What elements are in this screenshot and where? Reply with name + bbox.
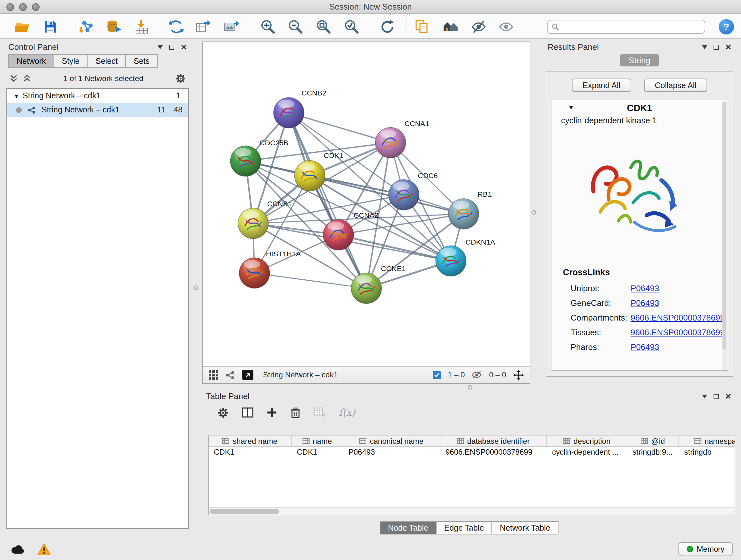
zoom-in-button[interactable]	[260, 18, 276, 35]
network-node-RB1[interactable]: RB1	[448, 190, 492, 229]
gene-card-header[interactable]: ▾ CDK1	[551, 100, 728, 116]
node-label-CCNB1: CCNB1	[267, 199, 292, 208]
panel-maximize-icon[interactable]	[169, 44, 174, 50]
copy-documents-button[interactable]	[414, 18, 430, 35]
import-network-file-button[interactable]	[78, 18, 95, 35]
results-scrollbar[interactable]	[722, 101, 727, 370]
cloud-icon[interactable]	[10, 545, 24, 557]
table-body: CDK1CDK1P064939606.ENSP00000378699cyclin…	[209, 447, 735, 458]
pan-tool-icon[interactable]	[513, 369, 524, 380]
delete-column-icon[interactable]	[290, 407, 300, 418]
hide-button[interactable]	[470, 18, 487, 35]
network-row-selected[interactable]: String Network – cdk1 11 48	[7, 103, 188, 117]
import-network-database-button[interactable]	[105, 18, 122, 35]
show-columns-icon[interactable]	[242, 408, 253, 418]
panel-maximize-icon[interactable]	[714, 394, 719, 399]
tab-edge-table[interactable]: Edge Table	[436, 521, 492, 535]
splitter-handle[interactable]	[532, 210, 536, 214]
tab-string[interactable]: String	[620, 54, 659, 66]
crosslink-link[interactable]: 9606.ENSP00000378699	[630, 313, 725, 322]
export-image-button[interactable]	[223, 18, 239, 35]
column-header--id[interactable]: @id	[627, 435, 679, 446]
network-node-CCNB2[interactable]: CCNB2	[273, 89, 326, 128]
expand-all-button[interactable]: Expand All	[572, 78, 631, 92]
apply-preferred-layout-button[interactable]	[379, 18, 396, 35]
network-canvas[interactable]: CCNB2CCNA1CDC25BCDK1CDC6RB1CCNB1CCNA2CDK…	[202, 42, 530, 367]
network-node-HIST1H1A[interactable]: HIST1H1A	[239, 250, 301, 288]
crosslink-link[interactable]: P06493	[630, 342, 659, 352]
crosslink-link[interactable]: P06493	[630, 298, 659, 308]
panel-maximize-icon[interactable]	[714, 44, 719, 50]
options-gear-icon[interactable]	[176, 73, 186, 84]
table-row[interactable]: CDK1CDK1P064939606.ENSP00000378699cyclin…	[209, 447, 735, 458]
zoom-fit-button[interactable]	[315, 18, 332, 35]
tab-network-table[interactable]: Network Table	[491, 521, 558, 535]
birdseye-view-button[interactable]	[242, 370, 253, 380]
table-settings-gear-icon[interactable]	[218, 407, 228, 418]
network-node-CDK1[interactable]: CDK1	[294, 151, 343, 191]
collapse-all-icon[interactable]	[10, 75, 18, 82]
show-button[interactable]	[498, 18, 515, 35]
open-session-button[interactable]	[14, 18, 30, 35]
collapse-gene-icon[interactable]: ▾	[569, 104, 573, 112]
warning-icon[interactable]	[37, 543, 51, 558]
zoom-out-button[interactable]	[287, 18, 304, 35]
panel-close-icon[interactable]: ✕	[725, 393, 731, 399]
refresh-icon	[379, 18, 396, 35]
network-node-CDC25B[interactable]: CDC25B	[230, 138, 288, 177]
add-column-icon[interactable]	[267, 408, 277, 418]
node-label-RB1: RB1	[478, 190, 492, 198]
window-zoom-button[interactable]	[32, 3, 40, 11]
function-builder-button[interactable]: f(x)	[339, 407, 355, 418]
search-field[interactable]	[547, 20, 705, 34]
network-node-CDC6[interactable]: CDC6	[389, 172, 438, 210]
toolbar-separator	[407, 18, 407, 35]
export-table-button[interactable]	[195, 18, 211, 35]
column-header-shared-name[interactable]: shared name	[209, 435, 292, 446]
network-node-CCNA1[interactable]: CCNA1	[375, 119, 429, 158]
tab-network[interactable]: Network	[8, 54, 54, 68]
panel-close-icon[interactable]: ✕	[725, 44, 731, 50]
tab-select[interactable]: Select	[87, 54, 126, 68]
save-session-button[interactable]	[42, 18, 59, 35]
home-button[interactable]	[442, 18, 459, 35]
help-button[interactable]: ?	[719, 19, 734, 35]
panel-float-icon[interactable]	[158, 45, 163, 49]
tab-sets[interactable]: Sets	[125, 54, 158, 68]
column-header-database-identifier[interactable]: database identifier	[441, 435, 547, 446]
tab-node-table[interactable]: Node Table	[380, 521, 436, 535]
share-icon[interactable]	[225, 370, 235, 380]
collapse-all-button[interactable]: Collapse All	[644, 78, 708, 92]
grid-view-icon[interactable]	[209, 370, 218, 380]
network-node-CDKN1A[interactable]: CDKN1A	[435, 238, 495, 276]
column-header-description[interactable]: description	[547, 435, 627, 446]
splitter-handle[interactable]	[468, 385, 472, 389]
import-table-button[interactable]	[133, 18, 150, 35]
panel-close-icon[interactable]: ✕	[181, 44, 187, 50]
tab-style[interactable]: Style	[54, 54, 88, 68]
window-minimize-button[interactable]	[19, 3, 27, 11]
network-collection-row[interactable]: ▾ String Network – cdk1 1	[7, 89, 188, 103]
collapse-triangle-icon[interactable]: ▾	[15, 91, 18, 100]
status-bar: Memory	[0, 539, 741, 560]
scrollbar-thumb[interactable]	[723, 102, 726, 350]
expand-all-icon[interactable]	[23, 75, 31, 82]
column-header-namespac[interactable]: namespac	[679, 435, 735, 446]
network-node-CCNE1[interactable]: CCNE1	[351, 264, 406, 304]
panel-float-icon[interactable]	[702, 45, 707, 49]
splitter-handle[interactable]	[193, 286, 198, 290]
zoom-selected-button[interactable]	[343, 18, 360, 35]
memory-button[interactable]: Memory	[678, 542, 733, 556]
network-label: String Network – cdk1	[42, 105, 120, 114]
network-node-CCNB1[interactable]: CCNB1	[238, 199, 292, 239]
column-header-canonical-name[interactable]: canonical name	[343, 435, 441, 446]
new-network-from-selection-button[interactable]	[168, 18, 185, 35]
window-close-button[interactable]	[6, 3, 14, 11]
column-header-name[interactable]: name	[292, 435, 343, 446]
scrollbar-thumb[interactable]	[210, 509, 279, 514]
horizontal-scrollbar[interactable]	[209, 507, 735, 515]
crosslink-link[interactable]: P06493	[630, 284, 659, 293]
crosslink-link[interactable]: 9606.ENSP00000378699	[630, 327, 725, 337]
search-input[interactable]	[562, 22, 701, 31]
panel-float-icon[interactable]	[702, 394, 707, 398]
